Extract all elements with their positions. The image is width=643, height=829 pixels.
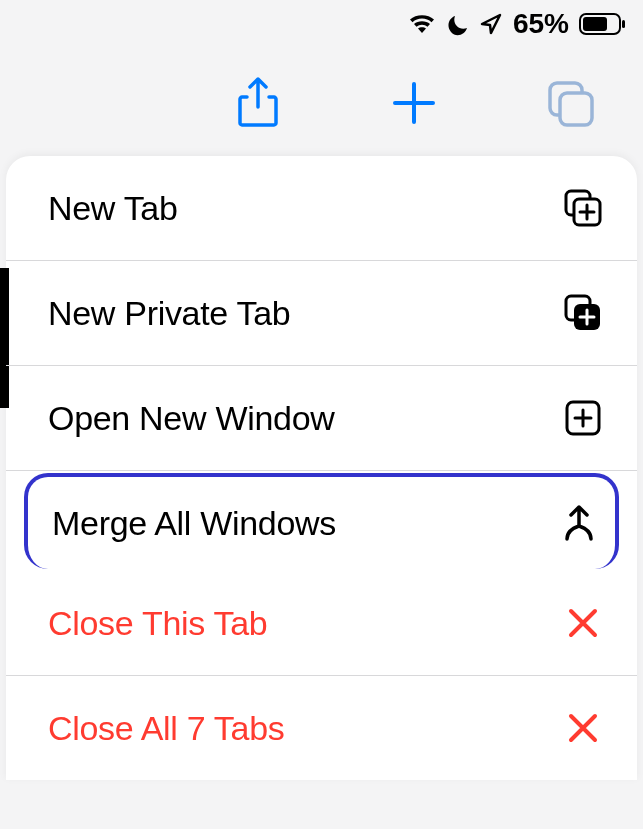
battery-icon	[579, 13, 625, 35]
wifi-icon	[407, 13, 437, 35]
svg-rect-1	[583, 17, 607, 31]
menu-item-new-tab[interactable]: New Tab	[6, 156, 637, 261]
menu-label: Close All 7 Tabs	[48, 709, 285, 748]
share-button[interactable]	[229, 74, 287, 132]
toolbar	[0, 44, 643, 156]
menu-item-close-this-tab[interactable]: Close This Tab	[6, 571, 637, 676]
new-private-tab-icon	[563, 293, 603, 333]
merge-icon	[559, 503, 599, 543]
new-tab-icon	[563, 188, 603, 228]
share-icon	[237, 77, 279, 129]
menu-label: New Private Tab	[48, 294, 290, 333]
menu-label: Close This Tab	[48, 604, 267, 643]
close-icon	[563, 603, 603, 643]
menu-item-new-private-tab[interactable]: New Private Tab	[6, 261, 637, 366]
moon-icon	[445, 11, 471, 37]
status-bar: 65%	[0, 0, 643, 44]
battery-percent: 65%	[513, 8, 569, 40]
close-icon	[563, 708, 603, 748]
menu-item-open-new-window[interactable]: Open New Window	[6, 366, 637, 471]
new-tab-button[interactable]	[385, 74, 443, 132]
location-icon	[479, 12, 503, 36]
context-menu: New Tab New Private Tab Open New Window	[6, 156, 637, 780]
menu-label: New Tab	[48, 189, 178, 228]
plus-icon	[391, 80, 437, 126]
menu-item-close-all-tabs[interactable]: Close All 7 Tabs	[6, 676, 637, 780]
svg-rect-4	[560, 93, 592, 125]
menu-label: Open New Window	[48, 399, 335, 438]
menu-label: Merge All Windows	[52, 504, 336, 543]
menu-item-merge-all-windows[interactable]: Merge All Windows	[24, 473, 619, 569]
svg-rect-2	[622, 20, 625, 28]
new-window-icon	[563, 398, 603, 438]
tabs-icon	[546, 79, 594, 127]
tabs-button[interactable]	[541, 74, 599, 132]
